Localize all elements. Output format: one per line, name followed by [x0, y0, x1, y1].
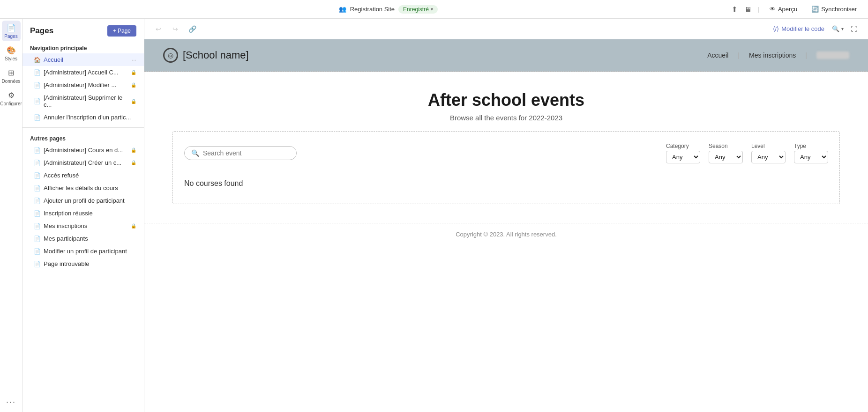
- page-preview: ◎ [School name] Accueil | Mes inscriptio…: [144, 39, 868, 412]
- donnees-icon: ⊞: [8, 68, 14, 77]
- styles-icon: 🎨: [7, 46, 16, 55]
- logo-circle: ◎: [163, 48, 178, 63]
- apercu-button[interactable]: 👁 Aperçu: [766, 4, 801, 14]
- more-icon: ···: [6, 397, 16, 407]
- page-subtitle: Browse all the events for 2022-2023: [172, 114, 840, 122]
- sidebar-item-acces-refuse[interactable]: 📄 Accès refusé: [22, 169, 144, 182]
- sidebar: Pages + Page Navigation principale 🏠 Acc…: [22, 19, 144, 412]
- rail-label-donnees: Données: [1, 79, 20, 84]
- configurer-icon: ⚙: [8, 91, 15, 100]
- lock-icon-1: 🔒: [131, 70, 136, 75]
- undo-button[interactable]: ↩: [152, 22, 165, 36]
- level-select[interactable]: Any: [751, 151, 786, 163]
- nav-inscriptions[interactable]: Mes inscriptions: [749, 52, 796, 59]
- sidebar-item-afficher-details[interactable]: 📄 Afficher les détails du cours: [22, 182, 144, 194]
- separator-1: |: [758, 6, 759, 13]
- rail-item-pages[interactable]: 📄 Pages: [2, 21, 21, 41]
- sidebar-label-admin-supprimer: [Administrateur] Supprimer le c...: [44, 94, 128, 108]
- page-icon-5: 📄: [34, 147, 41, 154]
- zoom-area[interactable]: 🔍 ▾: [832, 25, 844, 32]
- nav-blurred-item: [816, 52, 849, 59]
- sidebar-item-annuler[interactable]: 📄 Annuler l'inscription d'un partic...: [22, 111, 144, 124]
- sidebar-label-accueil: Accueil: [44, 56, 63, 63]
- sidebar-item-cours-d[interactable]: 📄 [Administrateur] Cours en d... 🔒: [22, 144, 144, 156]
- sidebar-item-admin-supprimer[interactable]: 📄 [Administrateur] Supprimer le c... 🔒: [22, 91, 144, 111]
- search-input[interactable]: [203, 149, 290, 157]
- modify-code-label: Modifier le code: [781, 25, 824, 32]
- modify-code-button[interactable]: ⟨/⟩ Modifier le code: [769, 23, 828, 34]
- sidebar-label-acces-refuse: Accès refusé: [44, 172, 79, 179]
- page-icon-8: 📄: [34, 185, 41, 191]
- share-icon[interactable]: ⬆: [732, 5, 738, 14]
- zoom-icon: 🔍: [832, 25, 839, 32]
- season-label: Season: [709, 143, 743, 149]
- rail-item-styles[interactable]: 🎨 Styles: [2, 43, 21, 64]
- top-bar-right: ⬆ 🖥 | 👁 Aperçu 🔄 Synchroniser: [732, 4, 861, 14]
- category-label: Category: [666, 143, 700, 149]
- desktop-icon[interactable]: 🖥: [744, 5, 751, 13]
- link-button[interactable]: 🔗: [186, 22, 199, 36]
- season-select[interactable]: Any: [709, 151, 743, 163]
- page-icon-2: 📄: [34, 82, 41, 88]
- apercu-label: Aperçu: [778, 6, 797, 13]
- rail-item-more[interactable]: ···: [2, 391, 21, 412]
- redo-icon: ↪: [172, 25, 178, 33]
- sidebar-item-mes-inscriptions[interactable]: 📄 Mes inscriptions 🔒: [22, 220, 144, 232]
- page-content: After school events Browse all the event…: [144, 72, 868, 223]
- expand-button[interactable]: ⛶: [847, 22, 861, 36]
- nav-home[interactable]: Accueil: [707, 52, 728, 59]
- sidebar-title: Pages: [30, 26, 53, 36]
- sidebar-label-inscription-reussie: Inscription réussie: [44, 210, 93, 217]
- sidebar-item-admin-accueil[interactable]: 📄 [Administrateur] Accueil C... 🔒: [22, 66, 144, 79]
- undo-icon: ↩: [156, 25, 161, 33]
- events-filters: 🔍 Category Any S: [184, 143, 828, 163]
- sidebar-header: Pages + Page: [22, 19, 144, 41]
- status-text: Enregistré: [403, 6, 429, 13]
- sidebar-label-admin-modifier: [Administrateur] Modifier ...: [44, 81, 116, 88]
- sidebar-item-creer-c[interactable]: 📄 [Administrateur] Créer un c... 🔒: [22, 156, 144, 169]
- filter-category: Category Any: [666, 143, 700, 163]
- site-users-icon: 👥: [339, 6, 346, 13]
- sync-icon: 🔄: [811, 6, 819, 13]
- sync-label: Synchroniser: [821, 6, 857, 13]
- rail-item-donnees[interactable]: ⊞ Données: [2, 66, 21, 86]
- nav-sep-2: |: [805, 52, 807, 59]
- sidebar-item-admin-modifier[interactable]: 📄 [Administrateur] Modifier ... 🔒: [22, 79, 144, 91]
- add-page-label: + Page: [113, 28, 131, 34]
- rail-item-configurer[interactable]: ⚙ Configurer: [2, 88, 21, 109]
- sidebar-label-afficher-details: Afficher les détails du cours: [44, 184, 118, 191]
- page-icon-12: 📄: [34, 235, 41, 242]
- filter-level: Level Any: [751, 143, 786, 163]
- lock-icon-6: 🔒: [131, 160, 136, 165]
- section-divider: [22, 127, 144, 128]
- page-main-title: After school events: [172, 90, 840, 110]
- search-box[interactable]: 🔍: [184, 146, 297, 160]
- site-header: ◎ [School name] Accueil | Mes inscriptio…: [144, 39, 868, 72]
- type-select[interactable]: Any: [794, 151, 828, 163]
- no-courses-message: No courses found: [184, 175, 828, 192]
- expand-icon: ⛶: [851, 25, 857, 33]
- redo-button[interactable]: ↪: [169, 22, 182, 36]
- sidebar-item-inscription-reussie[interactable]: 📄 Inscription réussie: [22, 207, 144, 220]
- add-page-button[interactable]: + Page: [107, 25, 136, 37]
- sidebar-item-page-introuvable[interactable]: 📄 Page introuvable: [22, 258, 144, 270]
- sidebar-label-ajouter-profil: Ajouter un profil de participant: [44, 197, 125, 204]
- sidebar-item-modifier-profil[interactable]: 📄 Modifier un profil de participant: [22, 245, 144, 258]
- more-options-icon[interactable]: ···: [132, 57, 136, 63]
- page-icon-9: 📄: [34, 198, 41, 204]
- sidebar-label-page-introuvable: Page introuvable: [44, 260, 90, 267]
- sidebar-item-mes-participants[interactable]: 📄 Mes participants: [22, 232, 144, 245]
- events-area: 🔍 Category Any S: [172, 131, 840, 204]
- category-select[interactable]: Any: [666, 151, 700, 163]
- status-badge[interactable]: Enregistré ▾: [398, 5, 438, 14]
- type-label: Type: [794, 143, 828, 149]
- sidebar-item-accueil[interactable]: 🏠 Accueil ···: [22, 53, 144, 66]
- editor-toolbar: ↩ ↪ 🔗 ⟨/⟩ Modifier le code 🔍 ▾ ⛶: [144, 19, 868, 39]
- sidebar-item-ajouter-profil[interactable]: 📄 Ajouter un profil de participant: [22, 194, 144, 207]
- home-icon: 🏠: [34, 57, 41, 63]
- lock-icon-11: 🔒: [131, 223, 136, 228]
- page-icon-11: 📄: [34, 223, 41, 229]
- autres-pages-title: Autres pages: [22, 132, 144, 144]
- sync-button[interactable]: 🔄 Synchroniser: [808, 4, 861, 14]
- nav-principale-title: Navigation principale: [22, 41, 144, 53]
